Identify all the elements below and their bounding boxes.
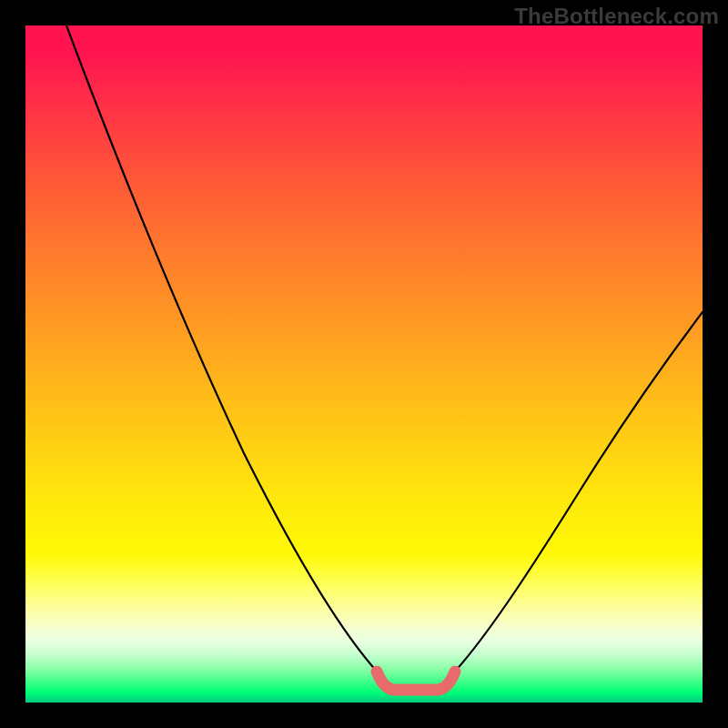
curve-layer	[25, 25, 703, 703]
plot-area	[25, 25, 703, 703]
right-curve	[453, 312, 703, 673]
watermark-text: TheBottleneck.com	[514, 4, 719, 29]
bottom-trough	[377, 672, 455, 690]
left-curve	[66, 25, 379, 673]
chart-frame: TheBottleneck.com	[0, 0, 728, 728]
